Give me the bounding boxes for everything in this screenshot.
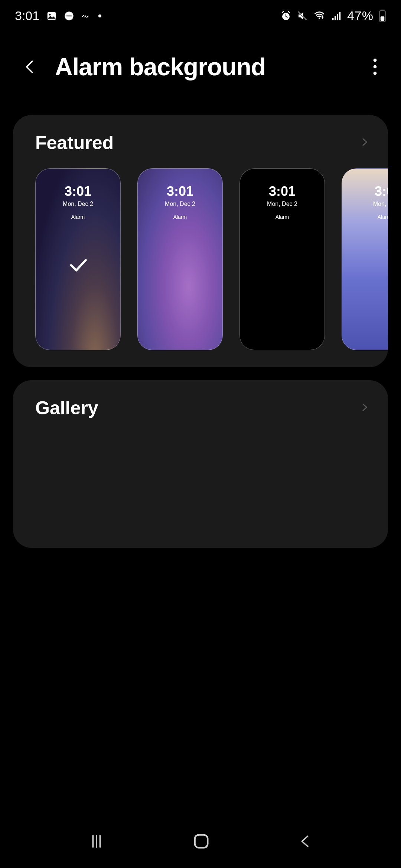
featured-title: Featured xyxy=(35,132,114,154)
thumb-date: Mon, Dec 2 xyxy=(63,201,93,207)
gallery-section: Gallery xyxy=(13,380,388,548)
status-bar: 3:01 47% xyxy=(0,0,401,32)
svg-rect-12 xyxy=(339,12,340,20)
wifi-icon xyxy=(313,10,326,22)
svg-point-1 xyxy=(49,13,51,15)
alarm-icon xyxy=(280,10,291,22)
mute-icon xyxy=(297,10,308,22)
svg-rect-22 xyxy=(195,835,208,848)
thumb-time: 3:01 xyxy=(65,184,91,199)
title-row: Alarm background xyxy=(0,32,401,102)
activity-icon xyxy=(81,11,91,21)
dot-icon xyxy=(98,14,102,18)
featured-thumb[interactable]: 3:01 Mon, Dec 2 Alarm xyxy=(35,168,121,350)
thumb-label: Alarm xyxy=(378,214,388,220)
featured-thumb[interactable]: 3:0 Mon, De Alarm Vi xyxy=(342,168,388,350)
nav-home-button[interactable] xyxy=(192,832,211,852)
svg-point-4 xyxy=(98,14,101,17)
page-title: Alarm background xyxy=(55,53,350,81)
gallery-header[interactable]: Gallery xyxy=(13,397,388,419)
nav-back-button[interactable] xyxy=(297,832,313,852)
svg-rect-3 xyxy=(66,15,72,16)
svg-rect-15 xyxy=(381,16,384,21)
svg-point-17 xyxy=(374,65,377,69)
svg-rect-11 xyxy=(337,14,338,20)
featured-section: Featured 3:01 Mon, Dec 2 Alarm 3:01 Mon,… xyxy=(13,115,388,367)
status-time: 3:01 xyxy=(15,9,39,23)
thumb-date: Mon, Dec 2 xyxy=(267,201,297,207)
svg-point-18 xyxy=(374,72,377,75)
svg-point-8 xyxy=(319,17,320,19)
battery-icon xyxy=(379,10,386,22)
thumb-time: 3:01 xyxy=(269,184,296,199)
status-left: 3:01 xyxy=(15,9,102,23)
thumb-date: Mon, De xyxy=(373,201,388,207)
chevron-right-icon xyxy=(360,400,369,416)
svg-rect-9 xyxy=(332,18,334,20)
thumb-date: Mon, Dec 2 xyxy=(165,201,195,207)
thumb-time: 3:0 xyxy=(375,184,388,199)
gallery-title: Gallery xyxy=(35,397,98,419)
chevron-right-icon xyxy=(360,135,369,151)
selected-check-icon xyxy=(65,255,91,277)
featured-thumbs[interactable]: 3:01 Mon, Dec 2 Alarm 3:01 Mon, Dec 2 Al… xyxy=(13,168,388,350)
svg-rect-10 xyxy=(335,16,336,20)
nav-recents-button[interactable] xyxy=(88,833,105,851)
more-options-button[interactable] xyxy=(364,56,386,78)
featured-header[interactable]: Featured xyxy=(13,132,388,154)
thumb-label: Alarm xyxy=(276,214,289,220)
status-right: 47% xyxy=(280,9,386,23)
back-button[interactable] xyxy=(19,56,41,78)
thumb-label: Alarm xyxy=(173,214,187,220)
featured-thumb[interactable]: 3:01 Mon, Dec 2 Alarm xyxy=(137,168,223,350)
thumb-time: 3:01 xyxy=(167,184,193,199)
thumb-label: Alarm xyxy=(71,214,85,220)
system-nav-bar xyxy=(0,816,401,868)
battery-percent: 47% xyxy=(347,9,374,23)
picture-icon xyxy=(46,10,57,22)
svg-point-16 xyxy=(374,59,377,62)
dnd-icon xyxy=(64,11,74,21)
signal-icon xyxy=(331,10,342,22)
featured-thumb[interactable]: 3:01 Mon, Dec 2 Alarm xyxy=(239,168,325,350)
